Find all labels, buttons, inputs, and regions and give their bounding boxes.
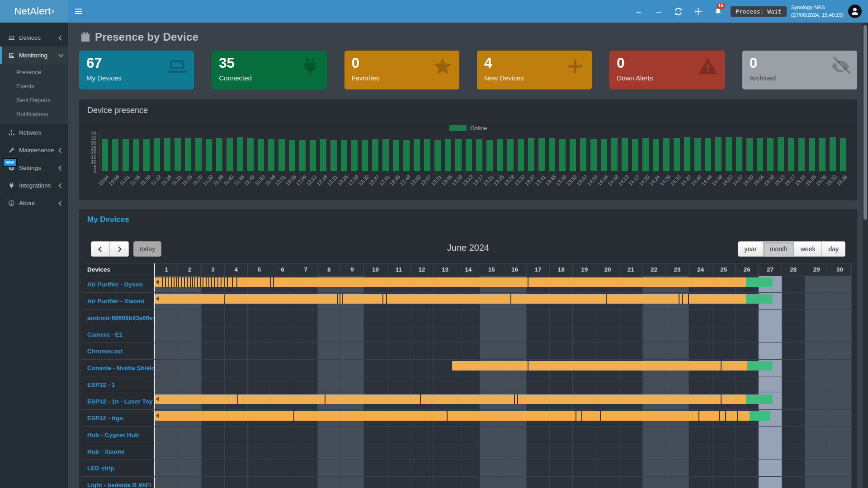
user-avatar[interactable] bbox=[848, 5, 862, 18]
online-bar[interactable] bbox=[133, 139, 139, 171]
online-bar[interactable] bbox=[466, 139, 472, 171]
online-bar[interactable] bbox=[372, 139, 378, 171]
tile-favorites[interactable]: 0Favorites bbox=[344, 51, 459, 89]
sidebar-subitem-events[interactable]: Events bbox=[0, 79, 68, 93]
sidebar-item-network[interactable]: Network bbox=[0, 124, 68, 141]
online-bar[interactable] bbox=[840, 138, 846, 172]
sidebar-item-about[interactable]: About bbox=[0, 194, 68, 212]
online-bar[interactable] bbox=[216, 138, 222, 172]
device-link[interactable]: Light - bedside B WiFi bbox=[87, 482, 151, 488]
online-bar[interactable] bbox=[632, 139, 638, 171]
online-bar[interactable] bbox=[143, 139, 150, 171]
online-bar[interactable] bbox=[798, 138, 805, 172]
online-bar[interactable] bbox=[726, 137, 732, 171]
online-bar[interactable] bbox=[622, 138, 628, 172]
online-bar[interactable] bbox=[694, 138, 701, 172]
online-bar[interactable] bbox=[705, 138, 711, 172]
online-bar[interactable] bbox=[403, 140, 410, 171]
online-bar[interactable] bbox=[414, 139, 420, 171]
online-bar[interactable] bbox=[123, 139, 129, 171]
sidebar-item-maintenance[interactable]: Maintenance bbox=[0, 141, 68, 159]
tile-down-alerts[interactable]: 0Down Alerts bbox=[609, 51, 724, 89]
online-bar[interactable] bbox=[663, 138, 670, 172]
presence-event-bar[interactable] bbox=[155, 411, 770, 421]
online-bar[interactable] bbox=[237, 137, 243, 171]
online-bar[interactable] bbox=[715, 137, 722, 171]
online-bar[interactable] bbox=[538, 138, 545, 172]
presence-event-bar[interactable] bbox=[452, 361, 773, 371]
online-bar[interactable] bbox=[258, 139, 264, 171]
my-devices-section-link[interactable]: My Devices bbox=[79, 215, 137, 224]
tile-new-devices[interactable]: 4New Devices bbox=[477, 51, 592, 89]
online-bar[interactable] bbox=[268, 139, 274, 171]
calendar-view-day-button[interactable]: day bbox=[822, 241, 845, 257]
online-bar[interactable] bbox=[434, 140, 441, 171]
online-bar[interactable] bbox=[559, 139, 566, 171]
online-bar[interactable] bbox=[767, 138, 774, 172]
online-bar[interactable] bbox=[788, 138, 794, 172]
nav-back-icon[interactable]: ← bbox=[631, 0, 646, 23]
tile-connected[interactable]: 35Connected bbox=[212, 51, 326, 89]
sidebar-subitem-sent-reports[interactable]: Sent Reports bbox=[0, 93, 68, 107]
online-bar[interactable] bbox=[590, 139, 597, 171]
online-bar[interactable] bbox=[112, 139, 118, 171]
online-bar[interactable] bbox=[476, 139, 482, 171]
calendar-view-year-button[interactable]: year bbox=[738, 241, 764, 257]
move-icon[interactable] bbox=[691, 0, 706, 23]
app-logo[interactable]: NetAlertx bbox=[0, 0, 68, 23]
online-bar[interactable] bbox=[642, 138, 649, 172]
device-link[interactable]: Air Purifier - Xiaomi bbox=[87, 298, 144, 305]
online-bar[interactable] bbox=[310, 140, 316, 171]
online-bar[interactable] bbox=[518, 139, 524, 171]
sidebar-subitem-notifications[interactable]: Notifications bbox=[0, 107, 68, 121]
online-bar[interactable] bbox=[445, 139, 451, 171]
online-bar[interactable] bbox=[206, 139, 212, 171]
online-bar[interactable] bbox=[757, 138, 763, 172]
presence-event-bar[interactable] bbox=[155, 294, 773, 304]
online-bar[interactable] bbox=[486, 140, 493, 171]
tile-my-devices[interactable]: 67My Devices bbox=[79, 51, 194, 89]
sidebar-item-monitoring[interactable]: Monitoring bbox=[0, 47, 68, 64]
tile-archived[interactable]: 0Archived bbox=[742, 51, 857, 89]
online-bar[interactable] bbox=[382, 139, 389, 171]
online-bar[interactable] bbox=[830, 137, 836, 171]
device-link[interactable]: LED strip bbox=[87, 465, 114, 472]
online-bar[interactable] bbox=[778, 137, 784, 171]
online-bar[interactable] bbox=[674, 138, 680, 172]
calendar-view-week-button[interactable]: week bbox=[794, 241, 822, 257]
online-bar[interactable] bbox=[497, 139, 503, 171]
device-link[interactable]: ESP32 - 1 bbox=[87, 381, 115, 388]
presence-event-bar[interactable] bbox=[155, 394, 773, 404]
online-bar[interactable] bbox=[278, 139, 285, 171]
online-bar[interactable] bbox=[809, 138, 815, 172]
presence-event-bar[interactable] bbox=[155, 277, 773, 287]
device-link[interactable]: android-68608b93a00e4 bbox=[87, 314, 155, 321]
refresh-icon[interactable] bbox=[671, 0, 686, 23]
online-bar[interactable] bbox=[746, 138, 753, 172]
online-bar[interactable] bbox=[653, 139, 659, 171]
sidebar-toggle-button[interactable] bbox=[68, 0, 89, 23]
device-link[interactable]: Chromecast bbox=[87, 348, 123, 355]
page-scrollbar[interactable] bbox=[863, 23, 868, 488]
online-bar[interactable] bbox=[424, 139, 430, 171]
online-bar[interactable] bbox=[736, 137, 742, 171]
online-bar[interactable] bbox=[185, 138, 191, 172]
online-bar[interactable] bbox=[362, 140, 368, 171]
page-scrollbar-thumb[interactable] bbox=[863, 25, 867, 220]
online-bar[interactable] bbox=[611, 138, 618, 172]
online-bar[interactable] bbox=[580, 138, 586, 172]
online-bar[interactable] bbox=[570, 139, 576, 171]
online-bar[interactable] bbox=[549, 138, 555, 172]
online-bar[interactable] bbox=[393, 140, 399, 171]
device-link[interactable]: ESP32 - ttgo bbox=[87, 415, 123, 422]
device-link[interactable]: Console - Nvidia Shield T bbox=[87, 365, 155, 371]
online-bar[interactable] bbox=[507, 139, 514, 171]
online-bar[interactable] bbox=[819, 138, 826, 172]
device-link[interactable]: Air Purifier - Dyson bbox=[87, 281, 143, 288]
online-bar[interactable] bbox=[341, 140, 347, 171]
online-bar[interactable] bbox=[330, 140, 337, 171]
online-bar[interactable] bbox=[289, 140, 295, 171]
device-link[interactable]: ESP32 - 1n - Laser Toy bbox=[87, 398, 153, 405]
sidebar-subitem-presence[interactable]: Presence bbox=[0, 65, 68, 79]
nav-forward-icon[interactable]: → bbox=[651, 0, 666, 23]
